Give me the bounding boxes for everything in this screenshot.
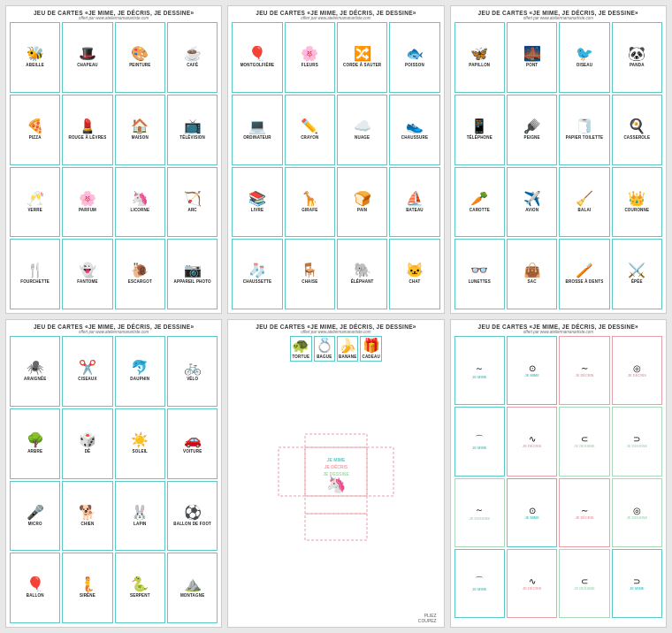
card-icon: ⚔️: [628, 263, 645, 278]
instr-icon: ∼: [581, 506, 588, 515]
card-label: SAC: [528, 279, 537, 284]
card-icon: 🪥: [576, 263, 593, 278]
card-icon: 🧻: [576, 119, 593, 133]
card-icon: 📚: [248, 192, 266, 206]
instr-label: JE MIME: [472, 375, 486, 379]
card-label: CAROTTE: [470, 208, 490, 212]
card-cell: ☁️NUAGE: [337, 95, 387, 165]
card-cell: 👟CHAUSSURE: [389, 95, 439, 165]
card-label: CHAUSSURE: [401, 135, 428, 140]
card-icon: 🦄: [131, 192, 149, 206]
card-icon: 🔀: [354, 47, 371, 61]
card-label: ARAIGNÉE: [24, 377, 46, 381]
card-cell: ☕CAFÉ: [167, 22, 218, 93]
card-cell: 🧻PAPIER TOILETTE: [559, 95, 609, 165]
card-label: COURONNE: [624, 208, 649, 212]
card-cell: 🎁CADEAU: [360, 336, 381, 362]
card-cell: 🔀CORDE À SAUTER: [337, 22, 387, 93]
card-icon: 📺: [184, 119, 202, 133]
instr-label: JE MIME: [630, 586, 644, 591]
instr-icon: ⊂: [581, 434, 588, 444]
card-cell: 🌸PARFUM: [62, 167, 112, 238]
instr-label: JE DESSINE: [574, 444, 595, 448]
card-icon: 🐍: [131, 577, 149, 591]
instr-cell: ⌒JE MIME: [454, 407, 505, 476]
instr-icon: ～: [475, 504, 484, 516]
card-label: FOURCHETTE: [20, 279, 50, 284]
svg-rect-3: [305, 434, 367, 447]
card-cell: 🐕CHIEN: [62, 481, 112, 552]
card-cell: 🥕CAROTTE: [454, 167, 505, 238]
card-cell: 🐰LAPIN: [115, 481, 165, 552]
card-cell: 🎈MONTGOLFIÈRE: [232, 22, 282, 93]
card-icon: 🐌: [131, 263, 149, 278]
instr-label: JE DESSINE: [574, 586, 595, 591]
card-cell: 🦄LICORNE: [115, 167, 165, 238]
card-cell: 🍌BANANE: [337, 336, 358, 362]
card-label: BROSSE À DENTS: [566, 279, 604, 284]
sheet-box: JEU DE CARTES «Je mime, Je décris, Je de…: [227, 319, 444, 628]
card-cell: 🐍SERPENT: [115, 553, 165, 623]
card-label: FLEURS: [302, 63, 318, 67]
card-cell: 📱TÉLÉPHONE: [454, 95, 505, 165]
sheet-3-subtitle: offert par www.ateliermamanartiste.com: [454, 16, 662, 20]
card-label: ÉPÉE: [631, 279, 643, 284]
card-cell: 🐱CHAT: [389, 239, 439, 309]
sheet-4-title: JEU DE CARTES «Je mime, Je décris, Je de…: [10, 324, 218, 330]
sheet-1-title: JEU DE CARTES «Je mime, Je décris, Je de…: [10, 10, 218, 16]
card-label: BALAI: [578, 208, 592, 212]
card-label: VÉLO: [187, 377, 198, 381]
sheet-4-subtitle: offert par www.ateliermamanartiste.com: [10, 330, 218, 334]
card-icon: 🐰: [131, 506, 149, 520]
card-label: ABEILLE: [26, 63, 44, 67]
card-cell: 🌉PONT: [507, 22, 557, 93]
instr-label: JE DÉCRIS: [575, 515, 593, 520]
card-icon: 🐬: [131, 361, 149, 375]
sheet-1-subtitle: offert par www.ateliermamanartiste.com: [10, 16, 218, 20]
card-icon: 🪑: [301, 263, 318, 278]
card-cell: 🎲DÉ: [62, 408, 112, 479]
card-label: DAUPHIN: [130, 377, 149, 381]
card-label: PANDA: [630, 63, 645, 67]
card-cell: 👓LUNETTES: [454, 239, 505, 309]
card-label: TÉLÉPHONE: [467, 135, 493, 140]
card-cell: 🧜SIRÈNE: [62, 553, 112, 623]
svg-rect-2: [367, 447, 393, 496]
instr-title: JEU DE CARTES «Je mime, Je décris, Je de…: [454, 324, 662, 330]
card-cell: ⛵BATEAU: [389, 167, 439, 238]
card-cell: 🐌ESCARGOT: [115, 239, 165, 309]
card-icon: 🧹: [576, 192, 593, 206]
instr-icon: ⊃: [633, 576, 640, 586]
card-icon: 🧜: [79, 577, 96, 591]
instr-label: JE MIME: [524, 515, 538, 520]
card-cell: ✏️CRAYON: [285, 95, 335, 165]
instr-cell: ∼JE DÉCRIS: [559, 478, 609, 547]
card-cell: 🧹BALAI: [559, 167, 609, 238]
card-label: PIZZA: [29, 135, 42, 140]
card-label: CAFÉ: [187, 63, 198, 67]
card-icon: 🕷️: [27, 361, 44, 375]
instr-icon: ⊂: [581, 576, 588, 586]
sheet-3-title: JEU DE CARTES «Je mime, Je décris, Je de…: [454, 10, 662, 16]
card-cell: 📚LIVRE: [232, 167, 282, 238]
instr-icon: ⊙: [529, 506, 536, 515]
instr-icon: ◎: [633, 363, 641, 373]
card-cell: 🦒GIRAFE: [285, 167, 335, 238]
card-cell: 💄ROUGE À LÈVRES: [62, 95, 112, 165]
card-icon: ⚽: [184, 506, 202, 520]
instr-label: JE DESSINE: [470, 516, 491, 521]
sheet-1: JEU DE CARTES «Je mime, Je décris, Je de…: [5, 5, 222, 314]
card-cell: 🪮PEIGNE: [507, 95, 557, 165]
card-icon: 🎩: [79, 47, 96, 61]
card-cell: ✈️AVION: [507, 167, 557, 238]
card-cell: 🚲VÉLO: [167, 336, 218, 407]
card-cell: 🍞PAIN: [337, 167, 387, 238]
card-icon: 🎁: [363, 339, 380, 353]
sheet-2-cards: 🎈MONTGOLFIÈRE🌸FLEURS🔀CORDE À SAUTER🐟POIS…: [232, 22, 439, 309]
instr-icon: ∿: [529, 434, 536, 444]
card-cell: ⚽BALLON DE FOOT: [167, 481, 218, 552]
card-icon: 👜: [523, 263, 541, 278]
card-icon: 👟: [406, 119, 424, 133]
card-label: CASSEROLE: [623, 135, 650, 140]
card-icon: 🐕: [79, 506, 96, 520]
